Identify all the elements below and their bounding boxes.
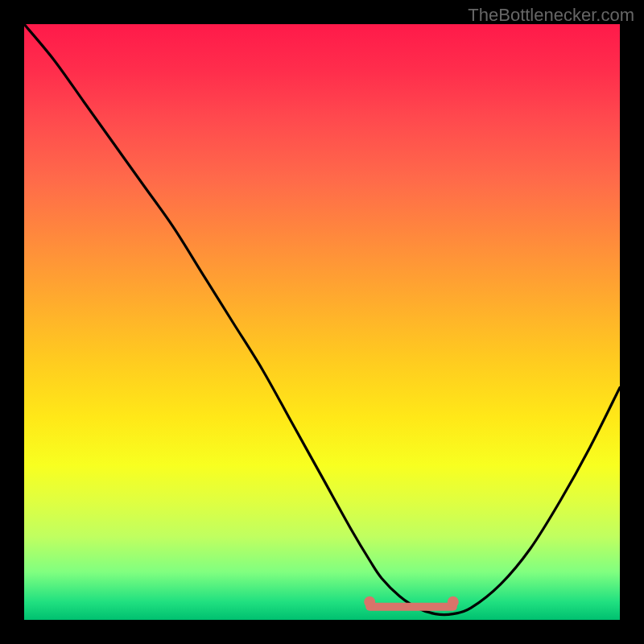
chart-plot-area (24, 24, 620, 620)
optimal-range-node-left (364, 597, 375, 608)
bottleneck-curve-path (24, 24, 620, 615)
optimal-range-marker (364, 597, 459, 608)
attribution-text: TheBottlenecker.com (468, 5, 634, 26)
bottleneck-curve-svg (24, 24, 620, 620)
optimal-range-node-right (448, 597, 459, 608)
